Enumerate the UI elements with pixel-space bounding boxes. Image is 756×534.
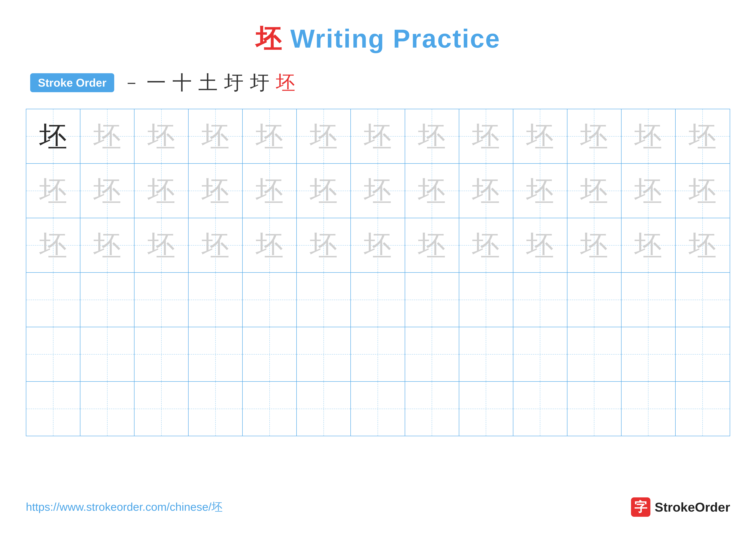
- grid-cell: 坯: [405, 218, 459, 272]
- grid-cell: 坯: [189, 164, 243, 218]
- grid-cell: 坯: [189, 218, 243, 272]
- cell-character: 坯: [364, 177, 392, 205]
- grid-cell: [676, 327, 730, 381]
- grid-row-5: [26, 327, 730, 382]
- grid-row-2: 坯 坯 坯 坯 坯 坯 坯 坯 坯 坯 坯 坯 坯: [26, 164, 730, 218]
- grid-cell: [567, 273, 622, 327]
- grid-cell: [567, 327, 622, 381]
- cell-character: 坯: [634, 231, 662, 259]
- cell-character: 坯: [202, 231, 230, 259]
- cell-character: 坯: [418, 177, 446, 205]
- stroke-step-5: 坯: [276, 69, 295, 96]
- strokeorder-logo-icon: 字: [631, 497, 650, 517]
- stroke-step-2: 土: [198, 69, 218, 96]
- grid-cell: [513, 273, 567, 327]
- cell-character: 坯: [39, 231, 67, 259]
- grid-cell: [134, 382, 189, 436]
- cell-character: 坯: [256, 122, 284, 150]
- grid-cell: [405, 382, 459, 436]
- grid-cell: 坯: [459, 218, 513, 272]
- cell-character: 坯: [93, 177, 121, 205]
- grid-cell: 坯: [26, 218, 80, 272]
- cell-character: 坯: [688, 231, 716, 259]
- grid-cell: [297, 273, 351, 327]
- footer-url[interactable]: https://www.strokeorder.com/chinese/坯: [26, 499, 223, 515]
- grid-cell: [189, 327, 243, 381]
- page: 坯 Writing Practice Stroke Order － 一 十 土 …: [0, 0, 756, 534]
- grid-cell: [134, 273, 189, 327]
- cell-character: 坯: [364, 122, 392, 150]
- grid-cell: 坯: [26, 164, 80, 218]
- cell-character: 坯: [148, 231, 176, 259]
- cell-character: 坯: [418, 122, 446, 150]
- grid-cell: 坯: [243, 164, 297, 218]
- grid-cell: [351, 382, 405, 436]
- footer: https://www.strokeorder.com/chinese/坯 字 …: [26, 489, 730, 517]
- cell-character: 坯: [148, 177, 176, 205]
- grid-cell: 坯: [297, 109, 351, 163]
- grid-cell: 坯: [134, 109, 189, 163]
- cell-character: 坯: [202, 177, 230, 205]
- footer-logo: 字 StrokeOrder: [631, 497, 730, 517]
- grid-cell: [243, 273, 297, 327]
- grid-cell: 坯: [243, 109, 297, 163]
- cell-character: 坯: [526, 177, 554, 205]
- grid-cell: 坯: [567, 218, 622, 272]
- grid-row-3: 坯 坯 坯 坯 坯 坯 坯 坯 坯 坯 坯 坯 坯: [26, 218, 730, 273]
- grid-row-4: [26, 273, 730, 327]
- cell-character: 坯: [580, 122, 608, 150]
- grid-row-6: [26, 382, 730, 436]
- grid-cell: [26, 273, 80, 327]
- cell-character: 坯: [634, 122, 662, 150]
- grid-cell: [243, 382, 297, 436]
- grid-cell: 坯: [297, 218, 351, 272]
- stroke-dash-0: －: [123, 71, 140, 94]
- cell-character: 坯: [39, 122, 67, 150]
- page-title: 坯 Writing Practice: [256, 21, 500, 57]
- grid-cell: 坯: [676, 109, 730, 163]
- stroke-step-1: 十: [173, 69, 192, 96]
- cell-character: 坯: [310, 231, 338, 259]
- grid-cell: [513, 327, 567, 381]
- grid-cell: 坯: [297, 164, 351, 218]
- grid-cell: [405, 273, 459, 327]
- grid-cell: 坯: [459, 164, 513, 218]
- cell-character: 坯: [688, 122, 716, 150]
- title-chinese: 坯: [256, 24, 282, 53]
- grid-cell: 坯: [513, 218, 567, 272]
- grid-cell: [243, 327, 297, 381]
- cell-character: 坯: [472, 231, 500, 259]
- grid-cell: 坯: [622, 218, 676, 272]
- grid-cell: 坯: [567, 164, 622, 218]
- grid-cell: [676, 382, 730, 436]
- grid-cell: 坯: [622, 164, 676, 218]
- grid-cell: 坯: [459, 109, 513, 163]
- cell-character: 坯: [472, 122, 500, 150]
- grid-cell: [189, 382, 243, 436]
- grid-cell: 坯: [676, 164, 730, 218]
- grid-cell: [297, 327, 351, 381]
- footer-logo-text: StrokeOrder: [655, 500, 730, 515]
- grid-cell: [513, 382, 567, 436]
- grid-cell: 坯: [351, 218, 405, 272]
- cell-character: 坯: [310, 122, 338, 150]
- grid-cell: [567, 382, 622, 436]
- grid-cell: [80, 273, 134, 327]
- cell-character: 坯: [418, 231, 446, 259]
- stroke-step-3: 圩: [224, 69, 244, 96]
- grid-cell: 坯: [351, 109, 405, 163]
- grid-cell: 坯: [26, 109, 80, 163]
- grid-cell: 坯: [189, 109, 243, 163]
- cell-character: 坯: [580, 231, 608, 259]
- cell-character: 坯: [39, 177, 67, 205]
- grid-cell: 坯: [513, 109, 567, 163]
- cell-character: 坯: [634, 177, 662, 205]
- grid-cell: [676, 273, 730, 327]
- cell-character: 坯: [580, 177, 608, 205]
- grid-cell: [351, 273, 405, 327]
- grid-cell: [26, 327, 80, 381]
- stroke-order-row: Stroke Order － 一 十 土 圩 圩 坯: [26, 69, 730, 96]
- grid-cell: [459, 273, 513, 327]
- grid-cell: [622, 273, 676, 327]
- grid-cell: 坯: [80, 218, 134, 272]
